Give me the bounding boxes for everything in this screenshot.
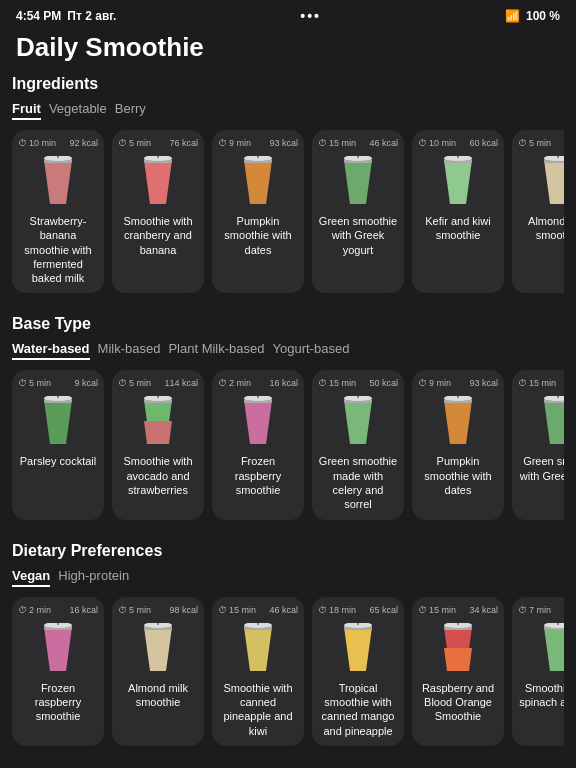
card-avocado-strawberry[interactable]: ⏱5 min 114 kcal Smoothie with avocado an… [112, 370, 204, 519]
card-meta: ⏱9 min 93 kcal [418, 378, 498, 388]
kcal-meta: 60 kcal [469, 138, 498, 148]
time-meta: ⏱18 min [318, 605, 356, 615]
section-title-ingredients: Ingredients [12, 75, 564, 93]
card-meta: ⏱9 min 93 kcal [218, 138, 298, 148]
card-label: Smoothie w... spinach and b... [518, 681, 564, 710]
card-almond-milk-diet[interactable]: ⏱5 min 98 kcal Almond milk smoothie [112, 597, 204, 746]
card-label: Smoothie with avocado and strawberries [118, 454, 198, 497]
card-meta: ⏱10 min 60 kcal [418, 138, 498, 148]
card-frozen-raspberry-base[interactable]: ⏱2 min 16 kcal Frozen raspberry smoothie [212, 370, 304, 519]
svg-marker-66 [444, 648, 472, 671]
time-meta: ⏱10 min [418, 138, 456, 148]
time-meta: ⏱15 min [318, 378, 356, 388]
card-frozen-raspberry-diet[interactable]: ⏱2 min 16 kcal Frozen raspberry smoothie [12, 597, 104, 746]
card-image [232, 396, 284, 448]
card-label: Almond milk smoothie [518, 214, 564, 243]
card-row-dietary: ⏱2 min 16 kcal Frozen raspberry smoothie… [12, 597, 564, 750]
main-content: Ingredients Fruit Vegetable Berry ⏱10 mi… [0, 75, 576, 768]
kcal-meta: 76 kcal [169, 138, 198, 148]
pill-fruit[interactable]: Fruit [12, 99, 41, 120]
card-tropical-mango[interactable]: ⏱18 min 65 kcal Tropical smoothie with c… [312, 597, 404, 746]
kcal-meta: 98 kcal [169, 605, 198, 615]
time-meta: ⏱15 min [218, 605, 256, 615]
filter-pills-dietary: Vegan High-protein [12, 566, 564, 587]
card-meta: ⏱5 min 9 kcal [18, 378, 98, 388]
time-meta: ⏱9 min [218, 138, 251, 148]
card-meta: ⏱5 min [518, 138, 564, 148]
svg-marker-20 [544, 160, 564, 204]
card-green-yogurt[interactable]: ⏱15 min 46 kcal Green smoothie with Gree… [312, 130, 404, 293]
app-title: Daily Smoothie [16, 32, 204, 63]
card-meta: ⏱2 min 16 kcal [218, 378, 298, 388]
pill-yogurt[interactable]: Yogurt-based [273, 339, 350, 360]
battery-status: 100 % [526, 9, 560, 23]
card-raspberry-blood-orange[interactable]: ⏱15 min 34 kcal Raspberry and Blood Oran… [412, 597, 504, 746]
card-cranberry-banana[interactable]: ⏱5 min 76 kcal Smoothie with cranberry a… [112, 130, 204, 293]
section-ingredients: Ingredients Fruit Vegetable Berry ⏱10 mi… [12, 75, 564, 297]
card-pineapple-kiwi[interactable]: ⏱15 min 46 kcal Smoothie with canned pin… [212, 597, 304, 746]
time-meta: ⏱15 min [418, 605, 456, 615]
section-title-base-type: Base Type [12, 315, 564, 333]
card-label: Green smoothie with Greek yogurt [318, 214, 398, 257]
card-label: Frozen raspberry smoothie [18, 681, 98, 724]
card-meta: ⏱15 min 34 kcal [418, 605, 498, 615]
pill-vegan[interactable]: Vegan [12, 566, 50, 587]
time-meta: ⏱5 min [518, 138, 551, 148]
card-kefir-kiwi[interactable]: ⏱10 min 60 kcal Kefir and kiwi smoothie [412, 130, 504, 293]
card-label: Smoothie with cranberry and banana [118, 214, 198, 257]
card-image [132, 396, 184, 448]
card-row-ingredients: ⏱10 min 92 kcal Strawberry-banana smooth… [12, 130, 564, 297]
card-meta: ⏱7 min [518, 605, 564, 615]
card-meta: ⏱15 min 46 kcal [318, 138, 398, 148]
time-meta: ⏱5 min [118, 605, 151, 615]
card-image [232, 623, 284, 675]
card-meta: ⏱15 min 46 kcal [218, 605, 298, 615]
pill-plant[interactable]: Plant Milk-based [168, 339, 264, 360]
card-label: Smoothie with canned pineapple and kiwi [218, 681, 298, 738]
card-image [332, 396, 384, 448]
card-image [532, 156, 564, 208]
svg-marker-12 [344, 160, 372, 204]
card-meta: ⏱2 min 16 kcal [18, 605, 98, 615]
kcal-meta: 16 kcal [269, 378, 298, 388]
card-label: Green smoothie made with celery and sorr… [318, 454, 398, 511]
card-pumpkin-dates-base[interactable]: ⏱9 min 93 kcal Pumpkin smoothie with dat… [412, 370, 504, 519]
app-header: Daily Smoothie [0, 28, 576, 75]
time-meta: ⏱5 min [18, 378, 51, 388]
pill-high-protein[interactable]: High-protein [58, 566, 129, 587]
svg-marker-37 [344, 400, 372, 444]
kcal-meta: 34 kcal [469, 605, 498, 615]
card-image [432, 623, 484, 675]
kcal-meta: 16 kcal [69, 605, 98, 615]
card-label: Pumpkin smoothie with dates [418, 454, 498, 497]
card-image [32, 156, 84, 208]
card-strawberry-banana[interactable]: ⏱10 min 92 kcal Strawberry-banana smooth… [12, 130, 104, 293]
kcal-meta: 50 kcal [369, 378, 398, 388]
pill-vegetable[interactable]: Vegetable [49, 99, 107, 120]
kcal-meta: 65 kcal [369, 605, 398, 615]
card-almond-milk-ingr[interactable]: ⏱5 min Almond milk smoothie [512, 130, 564, 293]
section-title-dietary: Dietary Preferences [12, 542, 564, 560]
svg-marker-41 [444, 400, 472, 444]
pill-berry[interactable]: Berry [115, 99, 146, 120]
card-pumpkin-dates-ingredients[interactable]: ⏱9 min 93 kcal Pumpkin smoothie with dat… [212, 130, 304, 293]
card-celery-sorrel[interactable]: ⏱15 min 50 kcal Green smoothie made with… [312, 370, 404, 519]
kcal-meta: 114 kcal [164, 378, 198, 388]
time-meta: ⏱7 min [518, 605, 551, 615]
section-base-type: Base Type Water-based Milk-based Plant M… [12, 315, 564, 523]
svg-marker-45 [544, 400, 564, 444]
card-green-yogurt-base[interactable]: ⏱15 min Green smoo... with Greek yo... [512, 370, 564, 519]
status-date: Пт 2 авг. [67, 9, 116, 23]
pill-water[interactable]: Water-based [12, 339, 90, 360]
card-image [432, 396, 484, 448]
time-meta: ⏱15 min [518, 378, 556, 388]
card-meta: ⏱10 min 92 kcal [18, 138, 98, 148]
pill-milk[interactable]: Milk-based [98, 339, 161, 360]
card-image [32, 623, 84, 675]
card-meta: ⏱15 min 50 kcal [318, 378, 398, 388]
kcal-meta: 46 kcal [269, 605, 298, 615]
card-parsley[interactable]: ⏱5 min 9 kcal Parsley cocktail [12, 370, 104, 519]
card-spinach[interactable]: ⏱7 min Smoothie w... spinach and b... [512, 597, 564, 746]
svg-marker-57 [244, 627, 272, 671]
svg-marker-29 [144, 421, 172, 444]
